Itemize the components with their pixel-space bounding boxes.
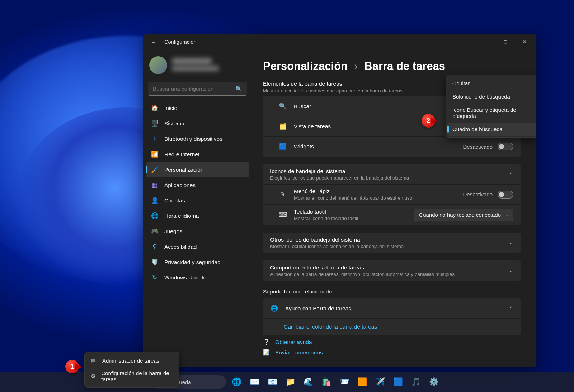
sidebar-item-6[interactable]: 👤Cuentas	[146, 193, 249, 208]
titlebar: ← Configuración ─ ▢ ✕	[143, 34, 536, 50]
globe-icon: 🌐	[270, 305, 278, 312]
row-pen-menu: ✎ Menú del lápiz Mostrar el icono del me…	[263, 185, 521, 205]
ctx-icon: ▤	[91, 357, 97, 364]
link-change-taskbar-color[interactable]: Cambiar el color de la barra de tareas	[263, 319, 521, 335]
widgets-toggle[interactable]	[498, 143, 513, 150]
taskbar-explorer[interactable]: 📁	[283, 374, 298, 389]
link-send-feedback[interactable]: 📝 Enviar comentarios	[263, 349, 521, 356]
ctx-icon: ⚙	[91, 373, 96, 379]
context-menu-item-0[interactable]: ▤Administrador de tareas	[86, 354, 177, 367]
sidebar-item-0[interactable]: 🏠Inicio	[146, 101, 249, 115]
minimize-button[interactable]: ─	[476, 35, 495, 48]
main-content: Personalización › Barra de tareas Elemen…	[252, 50, 536, 367]
taskbar-telegram[interactable]: ✈️	[372, 374, 387, 389]
taskbar-outlook[interactable]: 📨	[337, 374, 352, 389]
pen-toggle[interactable]	[498, 191, 513, 199]
nav-label: Hora e idioma	[164, 213, 199, 219]
back-button[interactable]: ←	[149, 38, 158, 46]
taskbar-app-blue[interactable]: 🟦	[390, 374, 405, 389]
sidebar-item-2[interactable]: ᚼBluetooth y dispositivos	[146, 132, 249, 146]
settings-search[interactable]: 🔍	[148, 82, 247, 96]
taskbar-store[interactable]: 🛍️	[319, 374, 334, 389]
flyout-option-2[interactable]: Icono Buscar y etiqueta de búsqueda	[447, 103, 536, 123]
row-help-taskbar[interactable]: 🌐 Ayuda con Barra de tareas ⌃	[263, 298, 521, 319]
search-icon: 🔍	[235, 86, 242, 92]
flyout-option-0[interactable]: Ocultar	[447, 77, 536, 90]
sidebar-item-9[interactable]: ⚲Accesibilidad	[146, 239, 249, 254]
taskbar-mail[interactable]: 📧	[265, 374, 280, 389]
row-touch-keyboard: ⌨ Teclado táctil Mostrar icono de teclad…	[263, 205, 521, 225]
maximize-button[interactable]: ▢	[495, 35, 515, 48]
nav-icon: 🎮	[151, 228, 159, 235]
flyout-option-3[interactable]: Cuadro de búsqueda	[447, 123, 536, 136]
sidebar-item-3[interactable]: 📶Red e Internet	[146, 147, 249, 162]
nav-label: Juegos	[164, 228, 182, 235]
context-menu-item-1[interactable]: ⚙Configuración de la barra de tareas	[86, 367, 177, 386]
nav-icon: 👤	[151, 197, 159, 205]
nav-icon: 🌐	[151, 212, 159, 220]
app-title: Configuración	[164, 39, 196, 45]
nav-icon: ↻	[151, 274, 159, 282]
widgets-icon: 🟦	[279, 143, 287, 150]
close-button[interactable]: ✕	[515, 35, 534, 48]
touch-keyboard-select[interactable]: Cuando no hay teclado conectado	[414, 209, 513, 221]
sidebar-nav: 🏠Inicio🖥️SistemaᚼBluetooth y dispositivo…	[146, 101, 249, 285]
nav-label: Sistema	[164, 120, 184, 127]
taskbar-edge[interactable]: 🌊	[301, 374, 316, 389]
row-widgets: 🟦 Widgets Desactivado	[263, 137, 521, 157]
widgets-state: Desactivado	[463, 144, 493, 150]
sidebar-item-1[interactable]: 🖥️Sistema	[146, 116, 249, 131]
chevron-up-icon: ⌃	[509, 172, 513, 177]
row-tray-icons-header[interactable]: Iconos de bandeja del sistema Elegir los…	[263, 164, 521, 185]
taskbar-gmail[interactable]: ✉️	[247, 374, 262, 389]
sidebar-item-8[interactable]: 🎮Juegos	[146, 224, 249, 239]
nav-icon: 🛡️	[151, 258, 159, 266]
taskbar-chrome[interactable]: 🌐	[229, 374, 244, 389]
settings-window: ← Configuración ─ ▢ ✕ xxxxxxx xxxxxxx 🔍 …	[143, 34, 536, 367]
chevron-up-icon: ⌃	[509, 306, 513, 311]
row-taskbar-behavior[interactable]: Comportamiento de la barra de tareas Ali…	[263, 260, 521, 281]
profile-block[interactable]: xxxxxxx xxxxxxx	[146, 53, 249, 81]
pen-icon: ✎	[279, 191, 287, 198]
link-get-help[interactable]: ❔ Obtener ayuda	[263, 339, 521, 345]
profile-name-redacted: xxxxxxx	[172, 58, 212, 64]
flyout-option-1[interactable]: Solo icono de búsqueda	[447, 90, 536, 103]
annotation-badge-2: 2	[422, 114, 435, 128]
sidebar-item-4[interactable]: 🖌️Personalización	[146, 162, 249, 177]
nav-label: Accesibilidad	[164, 244, 197, 250]
taskbar-settings[interactable]: ⚙️	[426, 374, 441, 389]
breadcrumb-parent[interactable]: Personalización	[263, 60, 348, 73]
breadcrumb-separator: ›	[354, 60, 358, 73]
nav-label: Cuentas	[164, 197, 185, 204]
taskbar-app-orange[interactable]: 🟧	[354, 374, 370, 389]
chevron-down-icon: ⌄	[509, 268, 513, 273]
nav-label: Bluetooth y dispositivos	[164, 136, 222, 142]
feedback-icon: 📝	[263, 349, 270, 356]
profile-email-redacted: xxxxxxx	[172, 66, 219, 71]
nav-icon: ᚼ	[151, 135, 159, 143]
help-icon: ❔	[263, 339, 270, 345]
keyboard-icon: ⌨	[279, 211, 287, 219]
sidebar-item-10[interactable]: 🛡️Privacidad y seguridad	[146, 255, 249, 269]
search-input[interactable]	[148, 82, 247, 96]
sidebar-item-11[interactable]: ↻Windows Update	[146, 270, 249, 285]
sidebar-item-5[interactable]: ▦Aplicaciones	[146, 178, 249, 192]
taskbar-context-menu: ▤Administrador de tareas⚙Configuración d…	[84, 352, 179, 388]
nav-label: Inicio	[164, 105, 177, 111]
nav-icon: 🖌️	[151, 166, 159, 174]
nav-icon: ▦	[151, 181, 159, 189]
row-other-tray[interactable]: Otros iconos de bandeja del sistema Most…	[263, 233, 521, 253]
search-icon: 🔍	[279, 102, 287, 110]
breadcrumb-current: Barra de tareas	[364, 60, 445, 73]
search-dropdown-flyout: OcultarSolo icono de búsquedaIcono Busca…	[446, 75, 536, 138]
sidebar-item-7[interactable]: 🌐Hora e idioma	[146, 209, 249, 223]
taskbar-music[interactable]: 🎵	[408, 374, 423, 389]
sidebar: xxxxxxx xxxxxxx 🔍 🏠Inicio🖥️SistemaᚼBluet…	[143, 50, 252, 367]
nav-icon: ⚲	[151, 243, 159, 251]
avatar	[149, 56, 167, 74]
taskview-icon: 🗂️	[279, 123, 287, 130]
breadcrumb: Personalización › Barra de tareas	[263, 60, 521, 73]
nav-icon: 🏠	[151, 104, 159, 112]
nav-label: Aplicaciones	[164, 182, 196, 188]
support-title: Soporte técnico relacionado	[263, 288, 521, 295]
